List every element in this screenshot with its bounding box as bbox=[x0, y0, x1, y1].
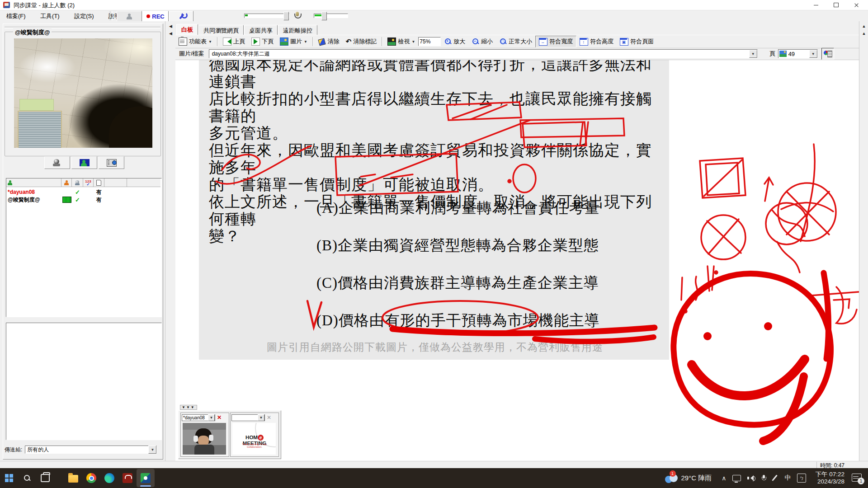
fit-page-button[interactable]: ▣符合頁面 bbox=[617, 36, 657, 47]
meeting-app-button[interactable] bbox=[137, 469, 155, 487]
scroll-up-icon[interactable]: ▲ bbox=[859, 24, 868, 28]
folder-icon bbox=[68, 475, 78, 483]
next-page-button[interactable]: 下頁 bbox=[248, 36, 277, 47]
pointer-stats-button[interactable] bbox=[821, 48, 834, 60]
close-button[interactable] bbox=[846, 0, 867, 10]
chevron-down-icon[interactable]: ▼ bbox=[809, 50, 817, 58]
participant-row[interactable]: @竣賢制度@ ✓ 有 bbox=[6, 196, 160, 203]
handout-cell: 有 bbox=[94, 196, 104, 204]
close-video-icon[interactable]: ✕ bbox=[217, 414, 222, 421]
record-button[interactable]: REC bbox=[142, 11, 169, 22]
webcam-icon bbox=[53, 159, 62, 166]
video-broadcast-button[interactable] bbox=[71, 156, 97, 169]
panel-collapse-strip[interactable]: ◀ ◀ bbox=[165, 21, 176, 461]
mic-volume-slider[interactable] bbox=[314, 14, 348, 18]
col-doc-header[interactable] bbox=[94, 178, 104, 187]
tab-whiteboard[interactable]: 白板 bbox=[176, 24, 198, 35]
minimize-button[interactable] bbox=[806, 0, 826, 10]
eraser-icon bbox=[318, 38, 326, 45]
col-hand-header[interactable] bbox=[61, 178, 72, 187]
handout-cell: 有 bbox=[94, 188, 104, 196]
acrobat-button[interactable] bbox=[118, 469, 137, 487]
board-content[interactable]: 德國原本規定不論網路或實體書價都不得打折，這讓許多無法和連鎖書 店比較折扣的小型… bbox=[175, 60, 859, 461]
menu-file[interactable]: 檔案(F) bbox=[0, 10, 32, 21]
ime-language[interactable]: 中 bbox=[784, 474, 791, 482]
board-toolbar: 功能表▼ 上頁 下頁 圖片▼ 清除 ↶清除標記 檢視▼ bbox=[175, 35, 859, 48]
start-button[interactable] bbox=[0, 469, 18, 487]
hand-raise-button[interactable] bbox=[117, 11, 142, 22]
mic-tray-icon[interactable] bbox=[762, 475, 765, 481]
chevron-down-icon[interactable]: ▼ bbox=[258, 414, 264, 421]
chat-message-area[interactable] bbox=[6, 323, 162, 440]
display-cast-icon[interactable] bbox=[732, 475, 741, 481]
clear-marks-button[interactable]: ↶清除標記 bbox=[343, 36, 380, 47]
video-device-button[interactable] bbox=[99, 156, 124, 169]
clear-button[interactable]: 清除 bbox=[315, 36, 343, 47]
chevron-down-icon[interactable]: ▼ bbox=[749, 50, 757, 58]
speaking-level-icon bbox=[61, 197, 72, 203]
tab-remote-control[interactable]: 遠距離操控 bbox=[278, 25, 317, 35]
zoom-in-button[interactable]: +放大 bbox=[441, 36, 468, 47]
file-select[interactable]: dayuan08:大學伴第二週 ▼ bbox=[209, 49, 758, 58]
tab-web-cobrowse[interactable]: 共同瀏覽網頁 bbox=[198, 25, 244, 35]
microphone-icon[interactable] bbox=[293, 11, 302, 19]
fit-height-button[interactable]: ↕符合高度 bbox=[576, 36, 617, 47]
camera-settings-button[interactable] bbox=[44, 156, 70, 169]
page-number-value: 49 bbox=[788, 51, 795, 57]
participant-row[interactable]: *dayuan08 ✓ 有 bbox=[6, 188, 160, 196]
slider-thumb[interactable] bbox=[283, 12, 289, 20]
col-name-header[interactable] bbox=[6, 178, 61, 187]
collapse-left-icon[interactable]: ◀ bbox=[165, 24, 176, 28]
fit-width-icon: ↔ bbox=[539, 38, 547, 46]
webcam-background bbox=[19, 99, 54, 111]
ime-mode-icon[interactable]: ㄅ bbox=[797, 474, 806, 483]
person-icon bbox=[64, 180, 69, 185]
close-video-icon[interactable]: ✕ bbox=[267, 414, 271, 421]
page-select[interactable]: 49 ▼ bbox=[778, 49, 818, 58]
chevron-down-icon[interactable]: ▼ bbox=[148, 446, 156, 454]
wrench-icon bbox=[177, 12, 185, 20]
volume-icon[interactable] bbox=[747, 475, 755, 481]
menu-settings[interactable]: 設定(S) bbox=[68, 10, 100, 21]
zoom-percent-input[interactable] bbox=[418, 37, 441, 46]
participant-list: 123✓ *dayuan08 ✓ 有 @竣賢制度@ ✓ 有 bbox=[6, 178, 162, 317]
tray-chevron-icon[interactable]: ∧ bbox=[722, 474, 726, 482]
slider-thumb[interactable] bbox=[321, 12, 327, 20]
menu-dropdown-button[interactable]: 功能表▼ bbox=[175, 36, 215, 47]
normal-size-button[interactable]: □正常大小 bbox=[496, 36, 535, 47]
col-extra-header[interactable] bbox=[104, 178, 127, 187]
weather-widget[interactable]: 1 29°C 陣雨 bbox=[660, 473, 716, 483]
edge-icon bbox=[104, 473, 114, 483]
setup-button[interactable] bbox=[169, 11, 193, 22]
notification-button[interactable]: 1 bbox=[852, 472, 863, 484]
right-scroll-strip[interactable]: ▲ ▲ bbox=[859, 21, 868, 461]
chrome-button[interactable] bbox=[82, 469, 100, 487]
webcam-button-row bbox=[0, 156, 165, 170]
tab-desktop-share[interactable]: 桌面共享 bbox=[244, 25, 278, 35]
fit-width-button[interactable]: ↔符合寬度 bbox=[535, 36, 576, 47]
panel-collapse-handle[interactable]: ▼▼▼ bbox=[180, 405, 197, 410]
view-dropdown-button[interactable]: 檢視▼ bbox=[384, 36, 418, 47]
webcam-group: @竣賢制度@ bbox=[5, 32, 161, 156]
system-tray: ∧ 中 ㄅ bbox=[722, 474, 806, 483]
search-button[interactable] bbox=[18, 469, 36, 487]
col-cam-header[interactable] bbox=[72, 178, 83, 187]
col-count-header[interactable]: 123✓ bbox=[83, 178, 94, 187]
edge-button[interactable] bbox=[100, 469, 118, 487]
zoom-out-button[interactable]: −縮小 bbox=[468, 36, 496, 47]
menu-tools[interactable]: 工具(T) bbox=[34, 10, 66, 21]
chevron-down-icon[interactable]: ▼ bbox=[208, 414, 215, 421]
collapse-left-icon[interactable]: ◀ bbox=[165, 31, 176, 36]
video-user-select[interactable]: *dayuan08 ▼ bbox=[182, 414, 215, 421]
video-user-select[interactable]: ▼ bbox=[231, 414, 265, 421]
maximize-button[interactable] bbox=[826, 0, 846, 10]
taskbar-clock[interactable]: 下午 07:22 2024/3/28 bbox=[815, 471, 844, 485]
speaker-volume-slider[interactable] bbox=[244, 14, 289, 18]
file-explorer-button[interactable] bbox=[64, 469, 82, 487]
prev-page-button[interactable]: 上頁 bbox=[220, 36, 248, 47]
send-to-select[interactable]: 所有的人 ▼ bbox=[25, 446, 157, 454]
insert-image-button[interactable]: 圖片▼ bbox=[277, 36, 311, 47]
task-view-button[interactable] bbox=[36, 469, 54, 487]
pen-tray-icon[interactable] bbox=[772, 475, 778, 481]
scroll-up-icon[interactable]: ▲ bbox=[859, 31, 868, 36]
